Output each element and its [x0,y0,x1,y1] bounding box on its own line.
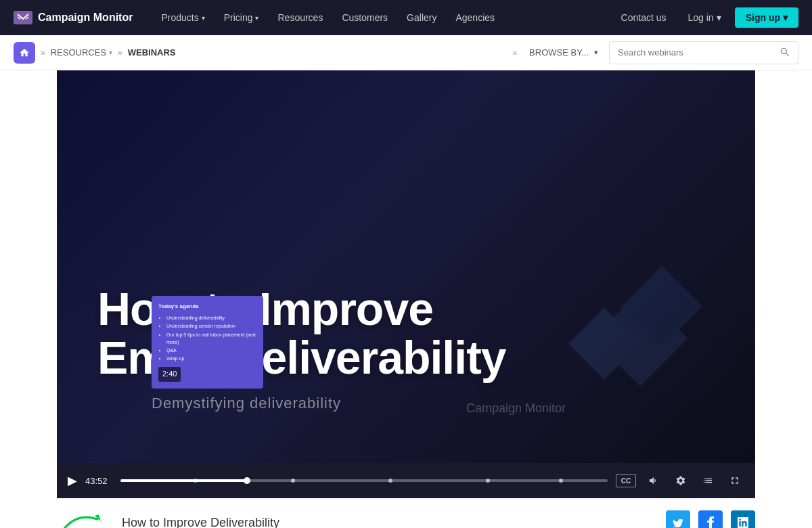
nav-agencies[interactable]: Agencies [447,8,503,27]
chapter-marker-2 [291,479,295,483]
nav-customers[interactable]: Customers [334,8,396,27]
social-icons [666,510,755,528]
agenda-item-5: Wrap up [166,355,256,362]
nav-gallery[interactable]: Gallery [399,8,445,27]
linkedin-share-button[interactable] [731,510,755,528]
video-watermark: Demystifying deliverability [152,395,341,412]
search-icon [779,46,790,60]
thumbnail-timestamp: 2:40 [158,367,181,382]
video-label: How to Improve Deliverability [122,516,279,529]
logo-icon [14,11,32,24]
fullscreen-button[interactable] [725,471,744,490]
page-wrapper: Campaign Monitor Products ▾ Pricing ▾ Re… [0,0,812,528]
breadcrumb-bar: » RESOURCES ▾ » WEBINARS » BROWSE BY... … [0,35,812,70]
chapter-marker-4 [486,479,490,483]
sep-1: » [41,48,45,58]
chapter-marker-5 [559,479,563,483]
breadcrumb-left: » RESOURCES ▾ » WEBINARS [14,42,511,64]
facebook-share-button[interactable] [698,510,723,528]
decorative-diamonds [525,237,728,409]
nav-resources[interactable]: Resources [269,8,331,27]
home-icon[interactable] [14,42,35,64]
login-chevron: ▾ [717,12,721,23]
agenda-item-2: Understanding sender reputation [166,322,256,330]
sep-2: » [118,48,122,58]
products-chevron: ▾ [202,14,205,22]
video-logo-watermark: Campaign Monitor [466,401,566,416]
time-display: 43:52 [85,476,112,486]
twitter-share-button[interactable] [666,510,690,528]
nav-right: Contact us Log in ▾ Sign up ▾ [613,7,798,28]
contact-us-link[interactable]: Contact us [613,8,675,27]
chapter-marker-3 [388,479,392,483]
progress-handle[interactable] [244,477,250,484]
home-svg [19,47,30,58]
chapters-button[interactable] [698,471,717,490]
breadcrumb-resources[interactable]: RESOURCES ▾ [51,47,112,58]
green-arrow-annotation [57,509,111,528]
logo[interactable]: Campaign Monitor [14,11,133,24]
nav-links: Products ▾ Pricing ▾ Resources Customers… [153,8,612,27]
video-container: How to Improve Email Deliverability Toda… [57,70,755,498]
signup-button[interactable]: Sign up ▾ [735,7,798,28]
below-video-left: How to Improve Deliverability [57,509,279,528]
video-thumbnail-popup: Today's agenda Understanding deliverabil… [152,296,263,389]
progress-fill [120,479,247,482]
agenda-item-3: Our top 5 tips to nail inbox placement (… [166,331,256,346]
below-video-bar: How to Improve Deliverability [0,498,812,528]
agenda-item-4: Q&A [166,347,256,354]
nav-pricing[interactable]: Pricing ▾ [216,8,267,27]
navbar: Campaign Monitor Products ▾ Pricing ▾ Re… [0,0,812,35]
nav-products[interactable]: Products ▾ [153,8,212,27]
settings-button[interactable] [671,471,690,490]
video-section: How to Improve Email Deliverability Toda… [0,70,812,528]
cc-button[interactable]: CC [616,474,636,487]
pricing-chevron: ▾ [255,14,258,22]
brand-name: Campaign Monitor [38,12,133,24]
play-button[interactable]: ▶ [68,473,77,488]
thumbnail-title: Today's agenda [158,303,256,311]
resources-chevron: ▾ [109,49,112,56]
search-box [609,41,798,64]
login-link[interactable]: Log in ▾ [680,8,729,27]
breadcrumb-current: WEBINARS [128,47,176,58]
video-controls: ▶ 43:52 CC [57,463,755,498]
search-input[interactable] [618,47,773,58]
video-player[interactable]: How to Improve Email Deliverability Toda… [57,70,755,463]
progress-bar[interactable] [120,479,608,482]
thumbnail-agenda: Understanding deliverability Understandi… [158,314,256,362]
agenda-item-1: Understanding deliverability [166,314,256,322]
volume-button[interactable] [644,471,663,490]
signup-chevron: ▾ [783,12,788,23]
browse-chevron: ▾ [594,48,598,57]
logo-svg [17,13,29,22]
sep-3: » [512,48,517,58]
chapter-marker-1 [194,479,198,483]
browse-by-dropdown[interactable]: BROWSE BY... ▾ [529,47,598,58]
